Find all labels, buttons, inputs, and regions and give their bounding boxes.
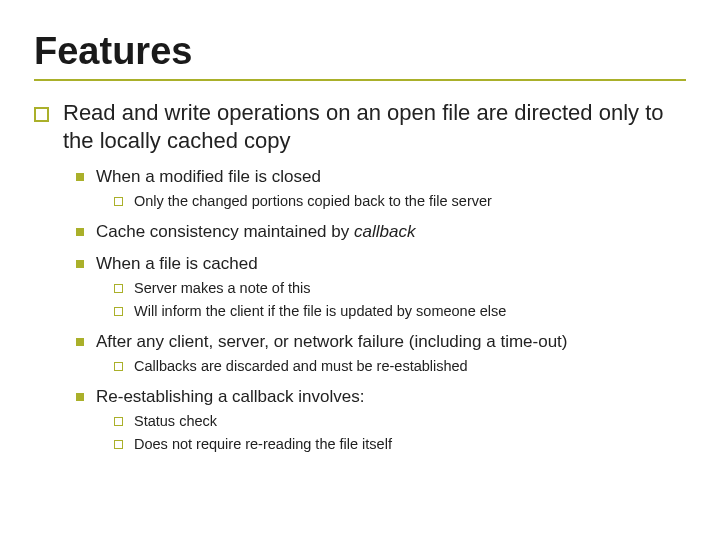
small-hollow-square-icon <box>114 440 123 449</box>
hollow-square-icon <box>34 107 49 122</box>
filled-square-icon <box>76 393 84 401</box>
filled-square-icon <box>76 260 84 268</box>
small-hollow-square-icon <box>114 417 123 426</box>
small-hollow-square-icon <box>114 307 123 316</box>
level2-item: After any client, server, or network fai… <box>76 331 686 353</box>
level3-item: Callbacks are discarded and must be re-e… <box>114 357 686 376</box>
level2-text: When a modified file is closed <box>96 166 321 188</box>
level3-text: Will inform the client if the file is up… <box>134 302 506 321</box>
level3-item: Does not require re-reading the file its… <box>114 435 686 454</box>
level1-text: Read and write operations on an open fil… <box>63 99 686 154</box>
level3-list: Status check Does not require re-reading… <box>114 412 686 454</box>
level2-text: Re-establishing a callback involves: <box>96 386 364 408</box>
level2-item: Re-establishing a callback involves: <box>76 386 686 408</box>
level3-list: Only the changed portions copied back to… <box>114 192 686 211</box>
level3-item: Will inform the client if the file is up… <box>114 302 686 321</box>
small-hollow-square-icon <box>114 284 123 293</box>
title-underline <box>34 79 686 81</box>
text-prefix: Cache consistency maintained by <box>96 222 354 241</box>
small-hollow-square-icon <box>114 197 123 206</box>
level2-text: After any client, server, or network fai… <box>96 331 567 353</box>
level3-item: Only the changed portions copied back to… <box>114 192 686 211</box>
level3-list: Callbacks are discarded and must be re-e… <box>114 357 686 376</box>
level3-text: Does not require re-reading the file its… <box>134 435 392 454</box>
small-hollow-square-icon <box>114 362 123 371</box>
level3-text: Only the changed portions copied back to… <box>134 192 492 211</box>
slide: Features Read and write operations on an… <box>0 0 720 540</box>
level2-item: When a modified file is closed <box>76 166 686 188</box>
level3-text: Status check <box>134 412 217 431</box>
level3-item: Status check <box>114 412 686 431</box>
level2-item: When a file is cached <box>76 253 686 275</box>
level2-text: Cache consistency maintained by callback <box>96 221 415 243</box>
level2-text: When a file is cached <box>96 253 258 275</box>
italic-term: callback <box>354 222 415 241</box>
filled-square-icon <box>76 228 84 236</box>
level3-item: Server makes a note of this <box>114 279 686 298</box>
filled-square-icon <box>76 173 84 181</box>
level3-text: Server makes a note of this <box>134 279 311 298</box>
level1-item: Read and write operations on an open fil… <box>34 99 686 154</box>
slide-title: Features <box>34 30 686 73</box>
level2-item: Cache consistency maintained by callback <box>76 221 686 243</box>
level3-list: Server makes a note of this Will inform … <box>114 279 686 321</box>
level3-text: Callbacks are discarded and must be re-e… <box>134 357 468 376</box>
filled-square-icon <box>76 338 84 346</box>
level2-list: When a modified file is closed Only the … <box>76 166 686 454</box>
